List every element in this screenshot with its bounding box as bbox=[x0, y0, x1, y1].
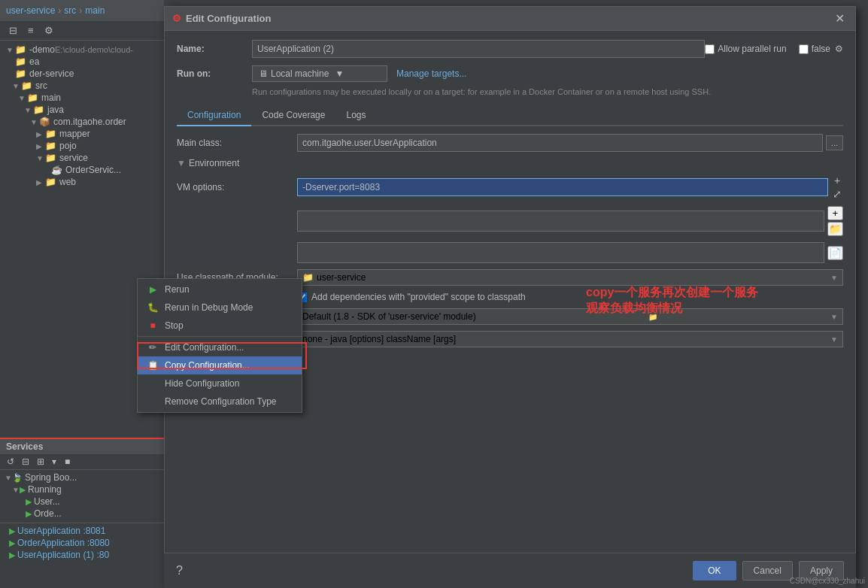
services-panel: Services ↺ ⊟ ⊞ ▾ ■ ▼ 🍃 Spring Boo... ▼ ▶… bbox=[0, 438, 164, 588]
services-tree: ▼ 🍃 Spring Boo... ▼ ▶ Running ▶ User... … bbox=[0, 470, 164, 521]
tree-item[interactable]: ▶ 📁 web bbox=[0, 176, 164, 188]
tree-item[interactable]: ▼ 📁 main bbox=[0, 92, 164, 104]
tree-item[interactable]: 📁 ea bbox=[0, 56, 164, 68]
svc-springboot[interactable]: ▼ 🍃 Spring Boo... bbox=[0, 471, 164, 483]
dialog-titlebar: ⚙ Edit Configuration ✕ bbox=[165, 7, 855, 31]
ctx-stop[interactable]: ■ Stop bbox=[138, 317, 302, 335]
tree-item[interactable]: 📁 der-service bbox=[0, 68, 164, 80]
svc-userapplication-1-80[interactable]: ▶ UserApplication (1) :80 bbox=[5, 549, 159, 561]
dialog-icon: ⚙ bbox=[172, 13, 181, 24]
tab-code-coverage[interactable]: Code Coverage bbox=[251, 105, 335, 126]
tree-item[interactable]: ▶ 📁 pojo bbox=[0, 140, 164, 152]
store-project-checkbox[interactable] bbox=[799, 44, 809, 54]
add-dependencies-label[interactable]: Add dependencies with "provided" scope t… bbox=[297, 292, 526, 302]
copy-icon: 📋 bbox=[147, 359, 159, 371]
ctx-hide-config[interactable]: Hide Configuration bbox=[138, 374, 302, 393]
tree-item[interactable]: ▼ 📁 -demo E:\cloud-demo\cloud- bbox=[0, 44, 164, 56]
cancel-button[interactable]: Cancel bbox=[742, 561, 793, 580]
hint-text: Run configurations may be executed local… bbox=[252, 86, 843, 98]
env-extra-action: 📄 bbox=[827, 246, 843, 260]
shorten-chevron-icon: ▼ bbox=[830, 335, 838, 344]
group-button[interactable]: ⊞ bbox=[35, 456, 47, 468]
tab-logs[interactable]: Logs bbox=[335, 105, 376, 126]
tree-item[interactable]: ▼ 📁 service bbox=[0, 152, 164, 164]
module-folder-icon: 📁 bbox=[302, 272, 314, 283]
hide-icon bbox=[147, 377, 159, 389]
ok-button[interactable]: OK bbox=[693, 561, 736, 580]
expand-all-button[interactable]: ≡ bbox=[25, 23, 37, 38]
ctx-rerun-debug[interactable]: 🐛 Rerun in Debug Mode bbox=[138, 299, 302, 317]
vm-expand-button[interactable]: ⤢ bbox=[831, 188, 843, 200]
stop-icon: ■ bbox=[147, 320, 159, 332]
services-header: Services bbox=[0, 439, 164, 454]
tree-item[interactable]: ▼ 📁 src bbox=[0, 80, 164, 92]
shorten-dropdown[interactable]: none - java [options] className [args] ▼ bbox=[297, 331, 843, 347]
name-label: Name: bbox=[177, 44, 252, 54]
name-input[interactable] bbox=[252, 40, 705, 58]
env-add-button[interactable]: + bbox=[827, 206, 843, 220]
vm-options-row: VM options: + ⤢ bbox=[177, 174, 843, 200]
help-icon[interactable]: ? bbox=[176, 564, 183, 577]
dialog-title: ⚙ Edit Configuration bbox=[172, 13, 271, 24]
dialog-close-button[interactable]: ✕ bbox=[832, 11, 848, 26]
context-menu: ▶ Rerun 🐛 Rerun in Debug Mode ■ Stop ✏ E… bbox=[137, 278, 302, 413]
vm-add-button[interactable]: + bbox=[831, 174, 843, 186]
filter-button[interactable]: ▾ bbox=[50, 456, 59, 468]
svc-userapplication-8081[interactable]: ▶ UserApplication :8081 bbox=[5, 525, 159, 537]
svc-orderapplication-8080[interactable]: ▶ OrderApplication :8080 bbox=[5, 537, 159, 549]
main-class-input[interactable] bbox=[297, 134, 823, 152]
gear-icon: ⚙ bbox=[835, 44, 843, 54]
env-extra-input[interactable] bbox=[297, 242, 824, 263]
rerun-icon: ▶ bbox=[147, 283, 159, 296]
vm-options-input[interactable] bbox=[297, 178, 828, 196]
jre-dropdown[interactable]: Default (1.8 - SDK of 'user-service' mod… bbox=[297, 308, 843, 325]
breadcrumb-src[interactable]: src bbox=[64, 5, 76, 16]
env-vars-row: + 📁 bbox=[177, 206, 843, 236]
tree-item[interactable]: ▶ 📁 mapper bbox=[0, 128, 164, 140]
allow-parallel-checkbox[interactable] bbox=[705, 44, 715, 54]
dialog-footer: ? OK Cancel Apply bbox=[164, 553, 856, 588]
collapse-all-button[interactable]: ⊟ bbox=[6, 23, 20, 38]
collapse-button[interactable]: ⊟ bbox=[20, 456, 32, 468]
breadcrumb-main[interactable]: main bbox=[85, 5, 105, 16]
jre-chevron-icon: ▼ bbox=[830, 313, 838, 321]
env-extra-button[interactable]: 📄 bbox=[827, 246, 843, 260]
main-class-browse-button[interactable]: ... bbox=[826, 135, 843, 150]
settings-button[interactable]: ⚙ bbox=[41, 23, 56, 38]
svc-running[interactable]: ▼ ▶ Running bbox=[0, 483, 164, 496]
run-on-dropdown[interactable]: 🖥 Local machine ▼ bbox=[252, 65, 387, 82]
local-machine-icon: 🖥 bbox=[259, 68, 268, 79]
left-toolbar: ⊟ ≡ ⚙ bbox=[0, 21, 164, 41]
run-on-label: Run on: bbox=[177, 68, 252, 79]
ctx-rerun[interactable]: ▶ Rerun bbox=[138, 280, 302, 299]
checkbox-group: Allow parallel run false ⚙ bbox=[705, 44, 843, 54]
tree-item[interactable]: ▼ 📦 com.itgaohe.order bbox=[0, 116, 164, 128]
env-vars-input[interactable] bbox=[297, 211, 824, 232]
debug-icon: 🐛 bbox=[147, 302, 159, 314]
svc-user[interactable]: ▶ User... bbox=[0, 496, 164, 508]
module-chevron-icon: ▼ bbox=[830, 274, 838, 282]
section-arrow[interactable]: ▼ bbox=[177, 158, 186, 168]
env-browse-button[interactable]: 📁 bbox=[827, 222, 843, 236]
main-class-row: Main class: ... bbox=[177, 134, 843, 152]
tabs-bar: Configuration Code Coverage Logs bbox=[177, 105, 843, 126]
chevron-down-icon: ▼ bbox=[335, 68, 344, 79]
env-actions: + 📁 bbox=[827, 206, 843, 236]
env-extra-row: 📄 bbox=[177, 242, 843, 263]
manage-targets-link[interactable]: Manage targets... bbox=[396, 68, 466, 79]
allow-parallel-label[interactable]: Allow parallel run bbox=[705, 44, 786, 54]
store-project-label[interactable]: false ⚙ bbox=[799, 44, 843, 54]
tab-configuration[interactable]: Configuration bbox=[177, 105, 251, 126]
refresh-button[interactable]: ↺ bbox=[5, 456, 17, 468]
ctx-copy-config[interactable]: 📋 Copy Configuration... bbox=[138, 356, 302, 374]
ctx-remove-config-type[interactable]: Remove Configuration Type bbox=[138, 393, 302, 411]
breadcrumb-user-service[interactable]: user-service bbox=[6, 5, 55, 16]
remove-icon bbox=[147, 396, 159, 408]
svc-order[interactable]: ▶ Orde... bbox=[0, 508, 164, 520]
breadcrumb: user-service › src › main bbox=[0, 0, 164, 21]
ctx-edit-config[interactable]: ✏ Edit Configuration... bbox=[138, 338, 302, 356]
tree-item-orderservice[interactable]: ☕ OrderServic... bbox=[0, 164, 164, 176]
tree-item[interactable]: ▼ 📁 java bbox=[0, 104, 164, 116]
name-row: Name: Allow parallel run false ⚙ bbox=[177, 40, 843, 58]
module-dropdown[interactable]: 📁 user-service ▼ bbox=[297, 269, 843, 286]
